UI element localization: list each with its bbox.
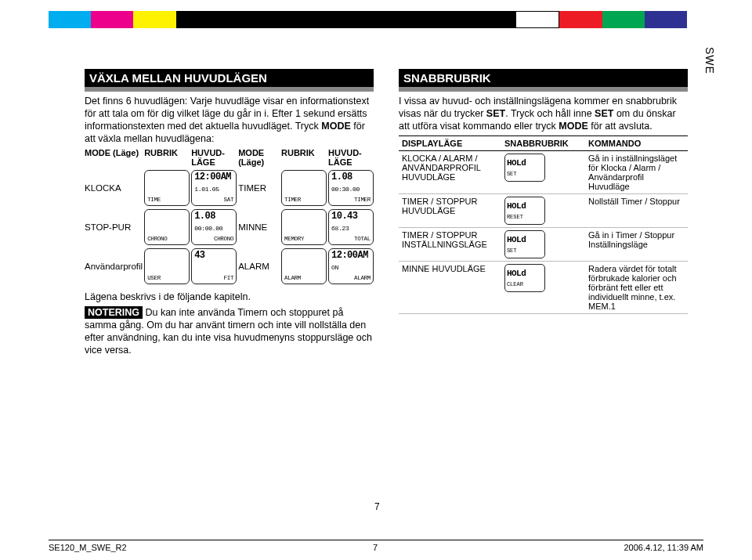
r2-lcd-b1: ALARM: [281, 248, 327, 284]
footer-page: 7: [373, 543, 378, 552]
sr2-lcd: HOLdSET: [504, 230, 545, 258]
sr1-c2: HOLdRESET: [501, 194, 585, 228]
sr2-big: HOLd: [507, 235, 543, 244]
r1-b1-bl: MEMORY: [284, 237, 304, 243]
page-number: 7: [374, 501, 380, 512]
right-column: SNABBRUBRIK I vissa av huvud- och instäl…: [399, 69, 688, 359]
sr3-bot: CLEAR: [507, 282, 543, 288]
r0-b2-big: 1.08: [331, 172, 371, 182]
sr0-c2: HOLdSET: [501, 151, 585, 194]
note-label: NOTERING: [85, 306, 143, 319]
sr1-bot: RESET: [507, 215, 543, 221]
sr0-big: HOLd: [507, 158, 543, 168]
content-area: VÄXLA MELLAN HUVUDLÄGEN Det finns 6 huvu…: [85, 69, 688, 359]
sr1-lcd: HOLdRESET: [504, 197, 545, 225]
language-tab: SWE: [703, 47, 716, 74]
left-column: VÄXLA MELLAN HUVUDLÄGEN Det finns 6 huvu…: [85, 69, 374, 359]
note-para: NOTERING Du kan inte använda Timern och …: [85, 306, 374, 356]
sr0-c3: Gå in i inställningsläget för Klocka / A…: [585, 151, 688, 194]
r2-a1-bl: USER: [147, 276, 161, 282]
r1-b2-br: TOTAL: [354, 237, 371, 243]
after-table-para: Lägena beskrivs i de följande kapiteln.: [85, 291, 374, 303]
r2-b2-big: 12:00AM: [331, 251, 371, 261]
r1-label-a: STOP-PUR: [85, 222, 143, 232]
r2-a2-br: FIT: [224, 276, 234, 282]
footer-file: SE120_M_SWE_R2: [49, 543, 127, 552]
r2-lcd-b2: 12:00AMONALARM: [328, 248, 374, 284]
r2-b2-br: ALARM: [354, 276, 371, 282]
r1-lcd-b2: 10.4368.23TOTAL: [328, 209, 374, 245]
footer-cropmarks: SE120_M_SWE_R2 7 2006.4.12, 11:39 AM: [49, 540, 703, 552]
sr2-c1: TIMER / STOPPUR INSTÄLLNINGSLÄGE: [399, 228, 501, 262]
sth3: KOMMANDO: [585, 136, 688, 151]
r1-a1-bl: CHRONO: [147, 237, 167, 243]
modes-table: MODE (Läge) RUBRIK HUVUD-LÄGE MODE (Läge…: [85, 148, 374, 284]
sr3-c2: HOLdCLEAR: [501, 262, 585, 314]
r0-a1-bl: TIME: [147, 197, 161, 204]
intro-paragraph: Det finns 6 huvudlägen: Varje huvudläge …: [85, 95, 374, 145]
r2-a2-big: 43: [194, 251, 233, 261]
r0-a2-mid: 1.01.05: [194, 186, 233, 193]
mode-bold: MODE: [559, 121, 588, 132]
r1-b2-big: 10.43: [331, 211, 371, 222]
r1-a2-br: CHRONO: [214, 237, 233, 243]
sth2: SNABBRUBRIK: [501, 136, 585, 151]
r1-a2-mid: 00:00.00: [194, 226, 233, 232]
heading-right: SNABBRUBRIK: [399, 69, 688, 92]
r0-lcd-a2: 12:00AM1.01.05SAT: [191, 170, 237, 206]
r1-lcd-b1: MEMORY: [281, 209, 327, 245]
sth1: DISPLAYLÄGE: [399, 136, 501, 151]
sr0-lcd: HOLdSET: [504, 154, 545, 182]
footer-date: 2006.4.12, 11:39 AM: [624, 543, 703, 552]
sr3-lcd: HOLdCLEAR: [504, 264, 545, 292]
r1-a2-big: 1.08: [194, 211, 233, 222]
th-huvud-a: HUVUD-LÄGE: [191, 148, 237, 167]
r2-b2-mid: ON: [331, 265, 371, 271]
heading-left: VÄXLA MELLAN HUVUDLÄGEN: [85, 69, 374, 92]
color-calibration-bar: [49, 11, 687, 28]
r2-lcd-a1: USER: [144, 248, 190, 284]
r2-b1-bl: ALARM: [284, 276, 301, 282]
ri4: för att avsluta.: [588, 121, 653, 132]
set-bold-1: SET: [486, 108, 505, 119]
r0-b1-bl: TIMER: [284, 197, 301, 204]
sr3-c3: Radera värdet för totalt förbrukade kalo…: [585, 262, 688, 314]
th-rubrik-b: RUBRIK: [281, 148, 327, 167]
sr2-c2: HOLdSET: [501, 228, 585, 262]
th-huvud-b: HUVUD-LÄGE: [328, 148, 374, 167]
r1-lcd-a2: 1.0800:00.00CHRONO: [191, 209, 237, 245]
r0-lcd-b2: 1.0800:30.00TIMER: [328, 170, 374, 206]
sr0-c1: KLOCKA / ALARM / ANVÄNDARPROFIL HUVUDLÄG…: [399, 151, 501, 194]
ri2: . Tryck och håll inne: [505, 108, 595, 119]
r0-lcd-b1: TIMER: [281, 170, 327, 206]
r0-lcd-a1: TIME: [144, 170, 190, 206]
sr2-bot: SET: [507, 248, 543, 255]
th-mode-a: MODE (Läge): [85, 148, 143, 167]
r0-label-a: KLOCKA: [85, 183, 143, 193]
sr3-c1: MINNE HUVUDLÄGE: [399, 262, 501, 314]
th-mode-b: MODE (Läge): [238, 148, 280, 167]
r0-b2-br: TIMER: [354, 197, 371, 204]
sr1-big: HOLd: [507, 201, 543, 211]
r0-a2-big: 12:00AM: [194, 172, 233, 182]
th-rubrik-a: RUBRIK: [144, 148, 190, 167]
set-bold-2: SET: [595, 108, 613, 119]
r0-a2-br: SAT: [224, 197, 234, 204]
sr0-bot: SET: [507, 172, 543, 178]
sr3-big: HOLd: [507, 269, 543, 278]
right-intro: I vissa av huvud- och inställningslägena…: [399, 95, 688, 132]
sr1-c3: Nollställ Timer / Stoppur: [585, 194, 688, 228]
r2-lcd-a2: 43FIT: [191, 248, 237, 284]
sr1-c1: TIMER / STOPPUR HUVUDLÄGE: [399, 194, 501, 228]
r0-b2-mid: 00:30.00: [331, 186, 371, 193]
r1-lcd-a1: CHRONO: [144, 209, 190, 245]
sr2-c3: Gå in i Timer / Stoppur Inställningsläge: [585, 228, 688, 262]
intro-mode-bold: MODE: [321, 121, 351, 132]
snab-table: DISPLAYLÄGE SNABBRUBRIK KOMMANDO KLOCKA …: [399, 135, 688, 314]
r2-label-a: Användarprofil: [85, 262, 143, 271]
r0-label-b: TIMER: [238, 183, 280, 193]
r2-label-b: ALARM: [238, 262, 280, 271]
r1-label-b: MINNE: [238, 222, 280, 232]
r1-b2-mid: 68.23: [331, 226, 371, 232]
